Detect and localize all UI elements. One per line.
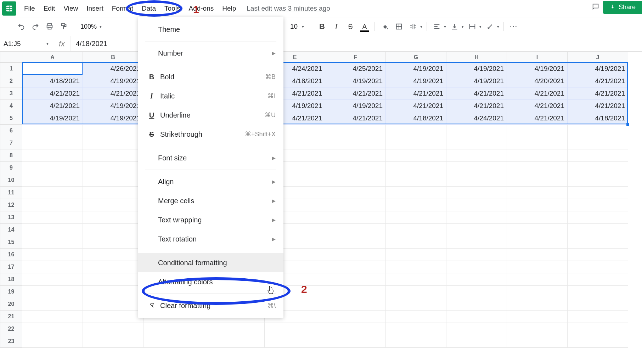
cell[interactable] (446, 335, 507, 348)
cell[interactable] (386, 162, 446, 174)
cell[interactable] (568, 149, 628, 162)
cell[interactable] (386, 211, 446, 224)
cell[interactable]: 4/21/2021 (446, 87, 507, 100)
cell[interactable] (83, 335, 143, 348)
cell[interactable]: 4/19/2021 (446, 63, 507, 75)
row-header[interactable]: 16 (0, 249, 22, 261)
cell[interactable] (325, 149, 386, 162)
cell[interactable] (204, 323, 265, 335)
cell[interactable] (507, 273, 568, 286)
cell[interactable] (325, 286, 386, 298)
cell[interactable]: 4/21/2021 (568, 75, 628, 87)
comments-icon[interactable] (592, 3, 599, 12)
cell[interactable] (568, 199, 628, 211)
cell[interactable] (568, 298, 628, 311)
cell[interactable] (22, 137, 83, 149)
cell[interactable] (325, 224, 386, 236)
cell[interactable] (568, 224, 628, 236)
cell[interactable] (204, 335, 265, 348)
cell[interactable] (507, 261, 568, 273)
cell[interactable] (446, 261, 507, 273)
menu-strikethrough[interactable]: S Strikethrough ⌘+Shift+X (138, 125, 283, 144)
cell[interactable]: 4/19/2021 (507, 63, 568, 75)
cell[interactable] (507, 249, 568, 261)
cell[interactable] (446, 323, 507, 335)
cell[interactable] (446, 224, 507, 236)
bold-button[interactable]: B (316, 20, 328, 33)
cell[interactable]: 4/19/2021 (386, 75, 446, 87)
row-header[interactable]: 20 (0, 298, 22, 311)
cell[interactable] (446, 137, 507, 149)
cell[interactable] (507, 149, 568, 162)
menu-merge-cells[interactable]: Merge cells ▶ (138, 191, 283, 210)
cell[interactable] (22, 199, 83, 211)
menu-align[interactable]: Align ▶ (138, 172, 283, 191)
row-header[interactable]: 21 (0, 311, 22, 323)
row-header[interactable]: 18 (0, 273, 22, 286)
cell[interactable] (83, 261, 143, 273)
column-header[interactable]: J (568, 52, 628, 63)
cell[interactable] (507, 298, 568, 311)
cell[interactable] (83, 149, 143, 162)
menu-conditional-formatting[interactable]: Conditional formatting (138, 253, 283, 272)
cell[interactable] (446, 149, 507, 162)
cell[interactable]: 4/19/2021 (568, 63, 628, 75)
cell[interactable]: 4/25/2021 (325, 63, 386, 75)
cell[interactable] (325, 335, 386, 348)
cell[interactable]: 4/21/2021 (568, 100, 628, 112)
cell[interactable] (83, 273, 143, 286)
cell[interactable] (325, 211, 386, 224)
cell[interactable]: 4/26/2021 (83, 63, 143, 75)
last-edit-link[interactable]: Last edit was 3 minutes ago (247, 5, 330, 12)
menu-theme[interactable]: Theme (138, 20, 283, 39)
cell[interactable] (22, 323, 83, 335)
cell[interactable] (22, 273, 83, 286)
row-header[interactable]: 3 (0, 87, 22, 100)
row-header[interactable]: 11 (0, 187, 22, 199)
cell[interactable] (83, 323, 143, 335)
cell[interactable] (386, 298, 446, 311)
cell[interactable] (22, 211, 83, 224)
menu-font-size[interactable]: Font size ▶ (138, 148, 283, 167)
cell[interactable] (325, 125, 386, 137)
row-header[interactable]: 2 (0, 75, 22, 87)
cell[interactable] (568, 236, 628, 249)
cell[interactable] (568, 211, 628, 224)
cell[interactable] (386, 125, 446, 137)
row-header[interactable]: 15 (0, 236, 22, 249)
fill-color-button[interactable] (378, 20, 391, 33)
cell[interactable] (568, 187, 628, 199)
cell[interactable]: 4/19/2021 (83, 75, 143, 87)
menu-insert[interactable]: Insert (82, 3, 108, 14)
spreadsheet-grid[interactable]: ABCDEFGHIJ14/18/20214/26/20214/24/20214/… (0, 52, 642, 348)
cell[interactable] (83, 311, 143, 323)
cell[interactable]: 4/19/2021 (325, 75, 386, 87)
column-header[interactable]: A (22, 52, 83, 63)
cell[interactable] (568, 261, 628, 273)
cell[interactable]: 4/21/2021 (507, 100, 568, 112)
cell[interactable] (507, 335, 568, 348)
cell[interactable] (446, 286, 507, 298)
row-header[interactable]: 12 (0, 199, 22, 211)
redo-button[interactable] (29, 20, 42, 33)
row-header[interactable]: 7 (0, 137, 22, 149)
cell[interactable] (83, 236, 143, 249)
cell[interactable] (507, 286, 568, 298)
cell[interactable] (386, 335, 446, 348)
cell[interactable] (325, 261, 386, 273)
cell[interactable] (568, 137, 628, 149)
cell[interactable] (325, 199, 386, 211)
menu-edit[interactable]: Edit (39, 3, 60, 14)
cell[interactable] (386, 323, 446, 335)
cell[interactable] (507, 211, 568, 224)
cell[interactable]: 4/19/2021 (83, 112, 143, 125)
row-header[interactable]: 23 (0, 335, 22, 348)
menu-text-rotation[interactable]: Text rotation ▶ (138, 229, 283, 249)
cell[interactable] (386, 224, 446, 236)
cell[interactable] (265, 335, 325, 348)
italic-button[interactable]: I (330, 20, 343, 33)
cell[interactable]: 4/24/2021 (446, 112, 507, 125)
menu-addons[interactable]: Add-ons (184, 3, 218, 14)
cell[interactable] (22, 298, 83, 311)
text-color-button[interactable]: A (358, 20, 371, 33)
